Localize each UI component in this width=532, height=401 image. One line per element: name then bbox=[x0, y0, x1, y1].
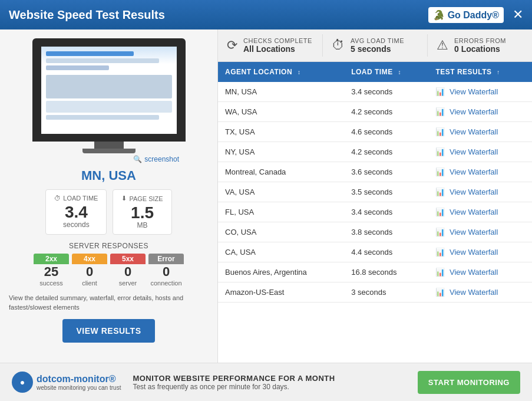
cell-location: CA, USA bbox=[218, 242, 344, 262]
table-row: Montreal, Canada 3.6 seconds 📊 View Wate… bbox=[218, 162, 532, 182]
view-waterfall-link[interactable]: View Waterfall bbox=[450, 228, 498, 236]
sort-loadtime-icon[interactable]: ↕ bbox=[398, 69, 402, 75]
cell-location: VA, USA bbox=[218, 182, 344, 202]
summary-errors: ⚠ ERRORS FROM 0 Locations bbox=[428, 34, 532, 57]
page-size-label: ⬇ PAGE SIZE bbox=[121, 195, 163, 202]
cell-location: Montreal, Canada bbox=[218, 162, 344, 182]
table-row: CO, USA 3.8 seconds 📊 View Waterfall bbox=[218, 222, 532, 242]
badge-error: Error bbox=[148, 254, 184, 264]
count-2xx: 25 bbox=[44, 264, 58, 280]
close-button[interactable]: ✕ bbox=[513, 8, 523, 21]
footer-message: MONITOR WEBSITE PERFORMANCE FOR A MONTH … bbox=[133, 374, 405, 391]
load-time-label: ⏱ LOAD TIME bbox=[54, 195, 98, 202]
table-row: CA, USA 4.4 seconds 📊 View Waterfall bbox=[218, 242, 532, 262]
page-size-box: ⬇ PAGE SIZE 1.5 MB bbox=[113, 189, 171, 235]
data-table: AGENT LOCATION ↕ LOAD TIME ↕ TEST RESULT… bbox=[218, 62, 532, 303]
view-waterfall-link[interactable]: View Waterfall bbox=[450, 167, 498, 176]
checks-label: CHECKS COMPLETE bbox=[243, 37, 312, 44]
clock-icon: ⏱ bbox=[54, 195, 61, 202]
view-waterfall-link[interactable]: View Waterfall bbox=[450, 127, 498, 136]
screen-block-1 bbox=[46, 75, 172, 98]
view-waterfall-link[interactable]: View Waterfall bbox=[450, 288, 498, 297]
view-waterfall-link[interactable]: View Waterfall bbox=[450, 87, 498, 96]
count-4xx: 0 bbox=[86, 264, 93, 280]
table-row: Amazon-US-East 3 seconds 📊 View Waterfal… bbox=[218, 282, 532, 303]
badge-4xx: 4xx bbox=[72, 254, 107, 264]
table-row: FL, USA 3.4 seconds 📊 View Waterfall bbox=[218, 202, 532, 222]
results-table: AGENT LOCATION ↕ LOAD TIME ↕ TEST RESULT… bbox=[218, 62, 532, 363]
response-2xx: 2xx 25 success bbox=[34, 254, 69, 287]
load-time-unit: seconds bbox=[54, 221, 98, 229]
monitor-image bbox=[32, 38, 186, 142]
response-error: Error 0 connection bbox=[148, 254, 184, 287]
cell-results: 📊 View Waterfall bbox=[428, 202, 532, 222]
cell-location: MN, USA bbox=[218, 82, 344, 102]
screen-bar-3 bbox=[46, 65, 109, 70]
cell-results: 📊 View Waterfall bbox=[428, 142, 532, 162]
checks-value: All Locations bbox=[243, 44, 312, 54]
cell-loadtime: 3.8 seconds bbox=[344, 222, 428, 242]
godaddy-logo-text: 🐊 Go Daddy® bbox=[433, 9, 499, 21]
col-location: AGENT LOCATION ↕ bbox=[218, 62, 344, 82]
screenshot-label: screenshot bbox=[144, 155, 179, 163]
view-waterfall-link[interactable]: View Waterfall bbox=[450, 107, 498, 116]
cell-loadtime: 3.6 seconds bbox=[344, 162, 428, 182]
screen-content bbox=[41, 47, 177, 134]
location-title: MN, USA bbox=[81, 168, 136, 183]
screenshot-link[interactable]: 🔍 screenshot bbox=[133, 155, 179, 163]
view-waterfall-link[interactable]: View Waterfall bbox=[450, 188, 498, 196]
cell-results: 📊 View Waterfall bbox=[428, 282, 532, 303]
errors-icon: ⚠ bbox=[437, 38, 448, 53]
badge-5xx: 5xx bbox=[110, 254, 146, 264]
view-waterfall-link[interactable]: View Waterfall bbox=[450, 208, 498, 216]
main-content: 🔍 screenshot MN, USA ⏱ LOAD TIME 3.4 sec… bbox=[0, 29, 532, 363]
table-header-row: AGENT LOCATION ↕ LOAD TIME ↕ TEST RESULT… bbox=[218, 62, 532, 82]
bar-chart-icon: 📊 bbox=[435, 87, 445, 96]
cell-loadtime: 4.2 seconds bbox=[344, 142, 428, 162]
bar-chart-icon: 📊 bbox=[435, 107, 445, 116]
summary-bar: ⟳ CHECKS COMPLETE All Locations ⏱ AVG LO… bbox=[218, 29, 532, 62]
cell-loadtime: 3.5 seconds bbox=[344, 182, 428, 202]
table-row: VA, USA 3.5 seconds 📊 View Waterfall bbox=[218, 182, 532, 202]
load-time-value: 3.4 bbox=[54, 204, 98, 221]
bar-chart-icon: 📊 bbox=[435, 147, 445, 156]
table-row: NY, USA 4.2 seconds 📊 View Waterfall bbox=[218, 142, 532, 162]
page-size-value: 1.5 bbox=[121, 205, 163, 221]
view-waterfall-link[interactable]: View Waterfall bbox=[450, 268, 498, 277]
count-5xx: 0 bbox=[124, 264, 131, 280]
monitor-base bbox=[82, 149, 136, 153]
monitor-stand bbox=[94, 142, 124, 149]
window: Website Speed Test Results 🐊 Go Daddy® ✕ bbox=[0, 0, 532, 401]
sort-results-icon[interactable]: ↑ bbox=[497, 69, 500, 75]
view-results-button[interactable]: VIEW RESULTS bbox=[62, 319, 156, 343]
bar-chart-icon: 📊 bbox=[435, 268, 445, 277]
title-bar-right: 🐊 Go Daddy® ✕ bbox=[428, 7, 523, 23]
cell-loadtime: 3 seconds bbox=[344, 282, 428, 303]
screen-bar-2 bbox=[46, 58, 160, 63]
cell-loadtime: 4.2 seconds bbox=[344, 102, 428, 122]
type-2xx: success bbox=[39, 280, 63, 287]
summary-description: View the detailed summary, waterfall, er… bbox=[6, 294, 212, 312]
metrics-row: ⏱ LOAD TIME 3.4 seconds ⬇ PAGE SIZE 1.5 … bbox=[45, 189, 171, 235]
response-5xx: 5xx 0 server bbox=[110, 254, 146, 287]
cell-results: 📊 View Waterfall bbox=[428, 182, 532, 202]
left-panel: 🔍 screenshot MN, USA ⏱ LOAD TIME 3.4 sec… bbox=[0, 29, 218, 363]
bar-chart-icon: 📊 bbox=[435, 248, 445, 257]
footer-logo-name: dotcom-monitor® bbox=[37, 374, 121, 384]
cell-loadtime: 4.6 seconds bbox=[344, 122, 428, 142]
col-results: TEST RESULTS ↑ bbox=[428, 62, 532, 82]
cell-location: NY, USA bbox=[218, 142, 344, 162]
bar-chart-icon: 📊 bbox=[435, 228, 445, 236]
page-size-unit: MB bbox=[121, 221, 163, 229]
start-monitoring-button[interactable]: START MONITORING bbox=[418, 371, 520, 394]
avgload-value: 5 seconds bbox=[351, 44, 404, 54]
server-responses-title: SERVER RESPONSES bbox=[69, 242, 148, 250]
bar-chart-icon: 📊 bbox=[435, 167, 445, 176]
cell-results: 📊 View Waterfall bbox=[428, 242, 532, 262]
errors-value: 0 Locations bbox=[454, 44, 506, 54]
view-waterfall-link[interactable]: View Waterfall bbox=[450, 248, 498, 257]
sort-location-icon[interactable]: ↕ bbox=[298, 69, 301, 75]
cell-loadtime: 4.4 seconds bbox=[344, 242, 428, 262]
view-waterfall-link[interactable]: View Waterfall bbox=[450, 147, 498, 156]
summary-checks-complete: ⟳ CHECKS COMPLETE All Locations bbox=[218, 34, 323, 57]
